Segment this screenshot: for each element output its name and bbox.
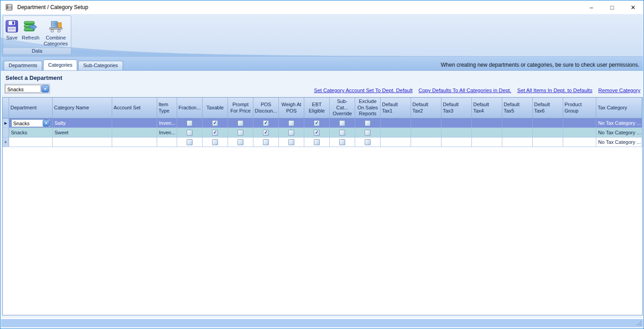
grid-cell-taxable[interactable] (203, 137, 228, 147)
grid-cell-default_tax5[interactable] (502, 118, 533, 128)
grid-cell-ebt_eligible[interactable]: ✓ (304, 128, 330, 137)
combine-categories-button[interactable]: Combine Categories (41, 18, 71, 48)
tab-departments[interactable]: Departments (4, 61, 42, 70)
grid-cell-weigh_at_pos[interactable] (279, 128, 304, 137)
grid-cell-exclude_on_sales_reports[interactable] (355, 128, 381, 137)
row-indicator[interactable] (3, 128, 9, 137)
grid-column-header-tax_category[interactable]: Tax Category (596, 98, 642, 118)
grid-cell-subcat_override[interactable] (330, 118, 355, 128)
grid-cell-default_tax3[interactable] (441, 128, 472, 137)
grid-cell-pos_discount[interactable]: ✓ (253, 118, 279, 128)
dropdown-arrow-icon[interactable]: ▾ (41, 85, 49, 93)
grid-cell-tax_category[interactable]: No Tax Category ... (596, 137, 642, 147)
grid-cell-default_tax1[interactable] (381, 118, 411, 128)
link-set-category-account-set[interactable]: Set Category Account Set To Dept. Defaul… (314, 88, 412, 93)
grid-column-header-default_tax4[interactable]: Default Tax4 (472, 98, 502, 118)
checkbox-unchecked-icon[interactable] (288, 120, 294, 126)
checkbox-unchecked-icon[interactable] (339, 130, 345, 136)
checkbox-unchecked-icon[interactable] (212, 139, 218, 145)
grid-column-header-exclude_on_sales_reports[interactable]: Exclude On Sales Reports (355, 98, 381, 118)
grid-cell-account_set[interactable] (112, 128, 157, 137)
checkbox-checked-icon[interactable]: ✓ (212, 120, 218, 126)
grid-column-header-default_tax2[interactable]: Default Tax2 (411, 98, 441, 118)
grid-cell-subcat_override[interactable] (330, 137, 355, 147)
checkbox-unchecked-icon[interactable] (187, 139, 193, 145)
grid-cell-ebt_eligible[interactable]: ✓ (304, 118, 330, 128)
grid-cell-tax_category[interactable]: No Tax Category ... (596, 128, 642, 137)
grid-cell-default_tax3[interactable] (441, 118, 472, 128)
grid-cell-category_name[interactable]: Salty (53, 118, 112, 128)
grid-cell-default_tax6[interactable] (533, 128, 563, 137)
checkbox-unchecked-icon[interactable] (365, 139, 371, 145)
grid-column-header-pos_discount[interactable]: POS Discoun... (253, 98, 279, 118)
grid-cell-taxable[interactable]: ✓ (203, 128, 228, 137)
grid-cell-product_group[interactable] (563, 128, 596, 137)
grid-cell-exclude_on_sales_reports[interactable] (355, 118, 381, 128)
checkbox-unchecked-icon[interactable] (339, 120, 345, 126)
grid-cell-account_set[interactable] (112, 137, 157, 147)
grid-cell-default_tax6[interactable] (533, 137, 563, 147)
grid-column-header-item_type[interactable]: Item Type (157, 98, 177, 118)
department-cell-dropdown[interactable]: Snacks▾ (11, 119, 50, 127)
tab-categories[interactable]: Categories (43, 59, 77, 70)
grid-cell-default_tax2[interactable] (411, 128, 441, 137)
grid-cell-default_tax2[interactable] (411, 118, 441, 128)
close-button[interactable]: ✕ (623, 0, 644, 14)
grid-column-header-ebt_eligible[interactable]: EBT Eligible (304, 98, 330, 118)
grid-column-header-default_tax3[interactable]: Default Tax3 (441, 98, 472, 118)
checkbox-unchecked-icon[interactable] (288, 139, 294, 145)
grid-column-header-fractional[interactable]: Fraction... (177, 98, 203, 118)
grid-cell-default_tax2[interactable] (411, 137, 441, 147)
grid-cell-fractional[interactable] (177, 118, 203, 128)
link-copy-defaults[interactable]: Copy Defaults To All Categories in Dept. (418, 88, 511, 93)
grid-cell-weigh_at_pos[interactable] (279, 118, 304, 128)
refresh-button[interactable]: Refresh (20, 18, 41, 48)
grid-cell-weigh_at_pos[interactable] (279, 137, 304, 147)
checkbox-unchecked-icon[interactable] (288, 130, 294, 136)
department-dropdown[interactable]: Snacks ▾ (5, 84, 50, 93)
grid-cell-default_tax3[interactable] (441, 137, 472, 147)
grid-cell-default_tax1[interactable] (381, 128, 411, 137)
checkbox-checked-icon[interactable]: ✓ (314, 120, 320, 126)
grid-cell-ebt_eligible[interactable] (304, 137, 330, 147)
checkbox-unchecked-icon[interactable] (238, 139, 243, 145)
checkbox-checked-icon[interactable]: ✓ (263, 130, 269, 136)
grid-column-header-weigh_at_pos[interactable]: Weigh At POS (279, 98, 304, 118)
new-row-indicator-icon[interactable]: ✳ (3, 137, 9, 147)
save-button[interactable]: Save (3, 18, 20, 48)
grid-cell-item_type[interactable]: Inven... (157, 118, 177, 128)
grid-cell-default_tax6[interactable] (533, 118, 563, 128)
grid-column-header-category_name[interactable]: Category Name (53, 98, 112, 118)
checkbox-unchecked-icon[interactable] (187, 120, 193, 126)
grid-cell-subcat_override[interactable] (330, 128, 355, 137)
grid-cell-taxable[interactable]: ✓ (203, 118, 228, 128)
resize-grip[interactable] (636, 320, 642, 326)
checkbox-unchecked-icon[interactable] (365, 120, 371, 126)
grid-cell-account_set[interactable] (112, 118, 157, 128)
current-row-indicator-icon[interactable]: ▶ (3, 118, 9, 128)
grid-cell-prompt_for_price[interactable] (228, 118, 253, 128)
checkbox-unchecked-icon[interactable] (263, 139, 269, 145)
grid-corner-cell[interactable] (3, 98, 9, 118)
grid-column-header-product_group[interactable]: Product Group (563, 98, 596, 118)
grid-cell-default_tax4[interactable] (472, 137, 502, 147)
checkbox-unchecked-icon[interactable] (238, 130, 243, 136)
grid-cell-tax_category[interactable]: No Tax Category ... (596, 118, 642, 128)
grid-cell-pos_discount[interactable]: ✓ (253, 128, 279, 137)
grid-cell-exclude_on_sales_reports[interactable] (355, 137, 381, 147)
grid-cell-default_tax5[interactable] (502, 128, 533, 137)
grid-cell-department[interactable] (9, 137, 53, 147)
checkbox-unchecked-icon[interactable] (314, 139, 320, 145)
grid-cell-item_type[interactable] (157, 137, 177, 147)
grid-cell-prompt_for_price[interactable] (228, 137, 253, 147)
grid-cell-pos_discount[interactable] (253, 137, 279, 147)
grid-cell-department[interactable]: Snacks▾ (9, 118, 53, 128)
checkbox-checked-icon[interactable]: ✓ (314, 130, 320, 136)
link-set-all-items-defaults[interactable]: Set All Items In Dept. to Defaults (517, 88, 593, 93)
grid-cell-item_type[interactable]: Inven... (157, 128, 177, 137)
dropdown-arrow-icon[interactable]: ▾ (43, 120, 50, 127)
grid-cell-default_tax1[interactable] (381, 137, 411, 147)
minimize-button[interactable]: – (581, 0, 602, 14)
grid-cell-default_tax4[interactable] (472, 118, 502, 128)
grid-column-header-department[interactable]: Department (9, 98, 53, 118)
